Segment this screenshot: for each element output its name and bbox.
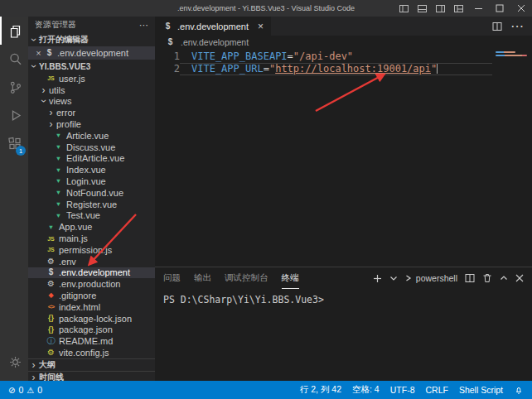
open-editors-section[interactable]: › 打开的编辑器: [28, 33, 155, 46]
language-mode[interactable]: Shell Script: [459, 385, 503, 395]
toggle-panel-icon[interactable]: [413, 0, 431, 17]
tree-item-views[interactable]: ›views: [28, 96, 155, 108]
line-number: 1: [155, 50, 180, 63]
tree-item-vite.config.js[interactable]: ⚙vite.config.js: [28, 347, 155, 358]
js-icon: JS: [46, 75, 56, 81]
tree-item-profile[interactable]: ›profile: [28, 118, 155, 130]
tree-item-user.js[interactable]: JSuser.js: [28, 73, 155, 84]
terminal-shell-selector[interactable]: powershell: [405, 273, 457, 283]
tree-item-Article.vue[interactable]: ▼Article.vue: [28, 130, 155, 142]
customize-layout-icon[interactable]: [449, 0, 467, 17]
eol[interactable]: CRLF: [425, 385, 447, 395]
search-icon[interactable]: [0, 45, 28, 73]
file-name: profile: [56, 119, 81, 129]
file-name: Login.vue: [66, 176, 106, 186]
activity-bar: 1: [0, 17, 28, 381]
tree-item-.env.development[interactable]: $.env.development: [28, 267, 155, 279]
minimize-button[interactable]: [467, 0, 489, 17]
kill-terminal-trash-icon[interactable]: [482, 273, 492, 283]
vscode-window: .env.development - Yi.BBS.Vue3 - Visual …: [0, 0, 532, 399]
tree-item-App.vue[interactable]: ▼App.vue: [28, 221, 155, 233]
tree-item-Login.vue[interactable]: ▼Login.vue: [28, 175, 155, 187]
tree-item-permission.js[interactable]: JSpermission.js: [28, 244, 155, 256]
more-actions-icon[interactable]: ⋯: [139, 20, 148, 31]
tree-item-.env.production[interactable]: ⚙.env.production: [28, 278, 155, 290]
explorer-icon[interactable]: [0, 17, 28, 45]
tree-item-EditArticle.vue[interactable]: ▼EditArticle.vue: [28, 153, 155, 165]
maximize-panel-icon[interactable]: [500, 275, 508, 281]
open-editor-item[interactable]: × $ .env.development: [28, 46, 155, 60]
chevron-down-icon[interactable]: [389, 275, 398, 281]
toggle-secondary-sidebar-icon[interactable]: [431, 0, 449, 17]
cursor-position[interactable]: 行 2, 列 42: [300, 384, 341, 396]
file-name: .env: [59, 257, 76, 267]
run-and-debug-icon[interactable]: [0, 101, 28, 129]
source-control-icon[interactable]: [0, 73, 28, 101]
title-bar-actions: [394, 0, 532, 17]
tree-item-main.js[interactable]: JSmain.js: [28, 233, 155, 244]
new-terminal-icon[interactable]: [373, 274, 382, 283]
url-link[interactable]: http://localhost:19001/api: [275, 63, 431, 75]
panel: 问题输出调试控制台终端 powershell: [155, 267, 532, 381]
tree-item-Discuss.vue[interactable]: ▼Discuss.vue: [28, 142, 155, 153]
tree-item-utils[interactable]: ›utils: [28, 84, 155, 96]
code-line-2[interactable]: 2VITE_APP_URL="http://localhost:19001/ap…: [155, 63, 492, 75]
code-editor[interactable]: 1VITE_APP_BASEAPI="/api-dev"2VITE_APP_UR…: [155, 49, 532, 267]
tree-item-package.json[interactable]: {}package.json: [28, 324, 155, 336]
split-terminal-icon[interactable]: [465, 273, 475, 283]
tab-env-development[interactable]: $ .env.development ×: [155, 17, 271, 36]
tree-item-Test.vue[interactable]: ▼Test.vue: [28, 210, 155, 222]
file-name: main.js: [59, 233, 88, 243]
info-icon: ⓘ: [46, 337, 56, 345]
tree-item-.gitignore[interactable]: ◆.gitignore: [28, 290, 155, 301]
shell-icon: $: [44, 49, 55, 57]
close-icon[interactable]: ×: [33, 48, 44, 58]
tree-item-error[interactable]: ›error: [28, 107, 155, 118]
file-name: Index.vue: [66, 165, 106, 175]
extensions-icon[interactable]: 1: [0, 129, 28, 157]
panel-tab-终端[interactable]: 终端: [282, 267, 299, 289]
html-icon: <>: [46, 304, 56, 310]
vue-icon: ▼: [46, 224, 56, 231]
settings-gear-icon[interactable]: [0, 348, 28, 376]
editor-group: $ .env.development × ⋯ $ .env.developmen…: [155, 17, 532, 381]
more-actions-icon[interactable]: ⋯: [510, 18, 524, 34]
panel-tab-问题[interactable]: 问题: [163, 267, 181, 289]
vue-icon: ▼: [53, 178, 64, 185]
file-name: .env.production: [59, 279, 120, 289]
close-panel-icon[interactable]: [515, 274, 524, 282]
split-editor-icon[interactable]: [492, 22, 502, 31]
outline-section[interactable]: › 大纲: [28, 358, 155, 371]
problems-status[interactable]: ⊘ 0 ⚠ 0: [8, 385, 42, 395]
line-content: VITE_APP_URL="http://localhost:19001/api…: [180, 63, 492, 75]
indentation[interactable]: 空格: 4: [352, 384, 380, 396]
gear-yellow-icon: ⚙: [46, 349, 56, 357]
tree-item-.env[interactable]: ⚙.env: [28, 256, 155, 267]
sidebar-title: 资源管理器: [35, 19, 76, 31]
project-section[interactable]: › YI.BBS.VUE3: [28, 60, 155, 73]
encoding[interactable]: UTF-8: [390, 385, 415, 395]
file-name: NotFound.vue: [66, 188, 123, 198]
tree-item-README.md[interactable]: ⓘREADME.md: [28, 335, 155, 347]
tree-item-NotFound.vue[interactable]: ▼NotFound.vue: [28, 187, 155, 199]
code-token: VITE_APP_URL: [191, 63, 264, 75]
maximize-button[interactable]: [489, 0, 510, 17]
terminal-content[interactable]: PS D:\CSharp\Yi\Yi.BBS.Vue3>: [155, 289, 532, 381]
toggle-sidebar-icon[interactable]: [394, 0, 413, 17]
panel-tabs: 问题输出调试控制台终端: [163, 267, 299, 289]
breadcrumb[interactable]: $ .env.development: [155, 36, 532, 49]
close-icon[interactable]: ×: [258, 21, 264, 32]
panel-tab-输出[interactable]: 输出: [194, 267, 211, 289]
tree-item-index.html[interactable]: <>index.html: [28, 301, 155, 313]
tree-item-Index.vue[interactable]: ▼Index.vue: [28, 164, 155, 175]
tree-item-Register.vue[interactable]: ▼Register.vue: [28, 199, 155, 210]
minimap[interactable]: [492, 50, 532, 268]
panel-tab-调试控制台[interactable]: 调试控制台: [225, 267, 268, 289]
close-window-button[interactable]: [510, 0, 532, 17]
tree-item-package-lock.json[interactable]: {}package-lock.json: [28, 313, 155, 324]
notifications-bell-icon[interactable]: [514, 385, 524, 395]
file-name: vite.config.js: [59, 348, 109, 358]
code-line-1[interactable]: 1VITE_APP_BASEAPI="/api-dev": [155, 50, 492, 63]
status-bar: ⊘ 0 ⚠ 0 行 2, 列 42 空格: 4 UTF-8 CRLF Shell…: [0, 381, 532, 399]
extensions-badge: 1: [16, 146, 26, 156]
